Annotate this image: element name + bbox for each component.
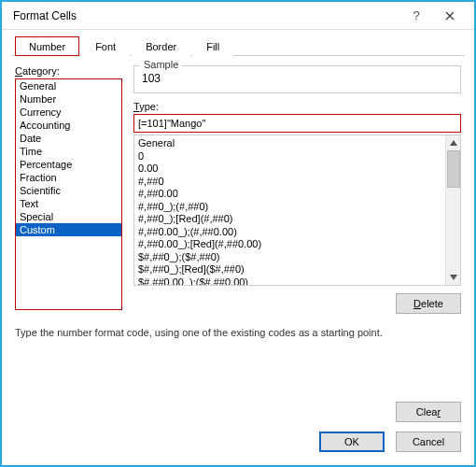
ok-button[interactable]: OK xyxy=(319,432,385,452)
tabstrip: Number Font Border Fill xyxy=(11,35,465,56)
help-icon[interactable]: ? xyxy=(399,3,433,29)
type-input[interactable] xyxy=(133,114,461,133)
close-icon[interactable] xyxy=(433,3,467,29)
list-item[interactable]: #,##0.00 xyxy=(134,188,445,201)
clear-button[interactable]: Clear xyxy=(396,402,461,422)
list-item[interactable]: Fraction xyxy=(16,171,121,184)
list-item[interactable]: Percentage xyxy=(16,158,121,171)
list-item[interactable]: $#,##0_);($#,##0) xyxy=(134,251,445,264)
delete-button[interactable]: Delete xyxy=(396,293,461,314)
dialog-footer: OK Cancel xyxy=(2,422,474,465)
format-cells-dialog: Format Cells ? Number Font Border Fill C… xyxy=(0,0,476,467)
scroll-up-icon[interactable] xyxy=(446,135,461,150)
list-item[interactable]: Number xyxy=(16,92,121,106)
tab-content: Category: General Number Currency Accoun… xyxy=(2,56,474,370)
list-item[interactable]: Scientific xyxy=(16,184,121,197)
list-item[interactable]: Currency xyxy=(16,106,121,119)
sample-value: 103 xyxy=(142,72,453,85)
window-title: Format Cells xyxy=(13,9,399,22)
list-item[interactable]: 0.00 xyxy=(134,163,445,176)
scroll-down-icon[interactable] xyxy=(446,270,461,285)
tab-number[interactable]: Number xyxy=(15,36,79,56)
list-item[interactable]: Date xyxy=(16,132,121,145)
list-item[interactable]: 0 xyxy=(134,150,445,163)
sample-label: Sample xyxy=(140,59,182,70)
type-label: Type: xyxy=(133,101,461,112)
list-item[interactable]: General xyxy=(16,79,121,92)
category-label: Category: xyxy=(15,65,122,77)
list-item[interactable]: Text xyxy=(16,197,121,210)
tab-fill[interactable]: Fill xyxy=(192,36,233,56)
titlebar: Format Cells ? xyxy=(2,2,474,30)
list-item[interactable]: $#,##0_);[Red]($#,##0) xyxy=(134,263,445,276)
help-text: Type the number format code, using one o… xyxy=(15,327,461,338)
list-item[interactable]: #,##0_);(#,##0) xyxy=(134,201,445,214)
cancel-button[interactable]: Cancel xyxy=(396,432,461,452)
list-item[interactable]: Special xyxy=(16,210,121,223)
scrollbar[interactable] xyxy=(445,135,460,285)
list-item[interactable]: #,##0.00_);[Red](#,##0.00) xyxy=(134,238,445,251)
sample-box: Sample 103 xyxy=(133,65,461,93)
list-item[interactable]: General xyxy=(134,137,445,150)
format-listbox[interactable]: General 0 0.00 #,##0 #,##0.00 #,##0_);(#… xyxy=(133,134,461,286)
list-item[interactable]: $#,##0.00_);($#,##0.00) xyxy=(134,276,445,287)
tab-font[interactable]: Font xyxy=(81,36,130,56)
tab-border[interactable]: Border xyxy=(132,36,190,56)
list-item[interactable]: Custom xyxy=(16,223,121,236)
list-item[interactable]: #,##0_);[Red](#,##0) xyxy=(134,213,445,226)
list-item[interactable]: #,##0 xyxy=(134,176,445,189)
list-item[interactable]: Time xyxy=(16,145,121,158)
list-item[interactable]: #,##0.00_);(#,##0.00) xyxy=(134,226,445,239)
scroll-thumb[interactable] xyxy=(447,150,460,188)
list-item[interactable]: Accounting xyxy=(16,119,121,132)
category-listbox[interactable]: General Number Currency Accounting Date … xyxy=(15,78,122,310)
